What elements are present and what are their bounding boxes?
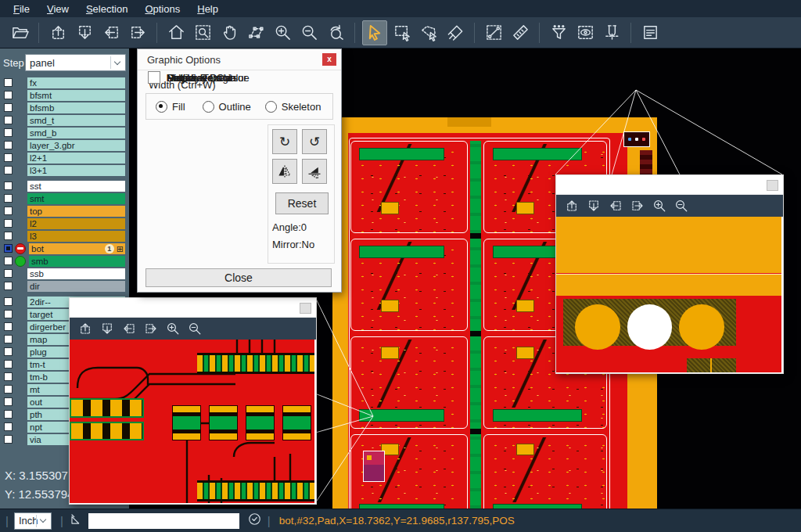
pan-up-button[interactable] [562,196,581,215]
layer-row[interactable]: smd_b ⊞ [0,127,129,138]
layer-visibility-checkbox[interactable] [4,269,13,278]
zoom-window-viewport[interactable] [70,340,314,503]
zoom-out-button[interactable] [297,21,321,45]
select-polygon-button[interactable] [417,21,440,45]
reset-button[interactable]: Reset [275,192,329,214]
mirror-diagonal-button[interactable] [302,159,327,184]
select-arrow-button[interactable] [362,20,387,45]
layer-visibility-checkbox[interactable] [4,360,13,368]
pan-up-button[interactable] [46,21,70,45]
layer-row[interactable]: top ⊞ [0,205,129,217]
snap-magnet-button[interactable] [600,21,623,45]
layer-visibility-checkbox[interactable] [4,166,13,174]
layer-visibility-checkbox[interactable] [4,282,13,290]
zoom-out-button[interactable] [672,196,691,215]
layer-visibility-checkbox[interactable] [4,372,13,381]
selected-pad-highlight[interactable] [363,451,385,482]
dialog-titlebar[interactable]: Graphic Options x [138,49,341,70]
layer-name-cell[interactable]: smb ⊞ [29,256,125,267]
layer-visibility-checkbox[interactable] [4,232,13,240]
layer-name-cell[interactable]: bfsmb ⊞ [27,102,125,113]
measure-distance-button[interactable] [482,21,505,45]
layer-visibility-checkbox[interactable] [4,435,13,444]
menu-item[interactable]: File [5,2,38,16]
layer-name-cell[interactable]: sst ⊞ [27,181,125,192]
layer-name-cell[interactable]: l3 ⊞ [27,231,125,242]
layer-row[interactable]: smt ⊞ [0,192,129,204]
layer-visibility-checkbox[interactable] [4,103,13,112]
pan-left-button[interactable] [120,319,138,338]
pan-up-button[interactable] [76,319,95,338]
window-menu-button[interactable] [300,303,311,314]
zoom-window-viewport[interactable] [556,217,781,372]
zoom-detail-window-1[interactable] [69,297,317,505]
layer-visibility-checkbox[interactable] [4,244,13,253]
pan-down-button[interactable] [98,319,117,338]
layer-visibility-checkbox[interactable] [4,128,13,137]
layer-visibility-checkbox[interactable] [4,153,13,162]
view-area-button[interactable] [244,21,268,45]
layer-name-cell[interactable]: smd_t ⊞ [27,115,125,126]
zoom-source-marker[interactable] [623,131,650,147]
layer-name-cell[interactable]: smd_b ⊞ [27,128,125,138]
layer-row[interactable]: ssb ⊞ [0,268,129,279]
layer-visibility-checkbox[interactable] [4,219,13,228]
display-option-checkbox[interactable]: Fullscreen Cursor [148,70,247,84]
mirror-horizontal-button[interactable] [272,159,297,184]
layer-row[interactable]: layer_3.gbr ⊞ [0,139,129,151]
pcb-board[interactable] [350,239,468,331]
layer-row[interactable]: l3+1 ⊞ [0,164,129,176]
command-input[interactable] [88,513,239,529]
layer-name-cell[interactable]: l2 ⊞ [27,218,125,229]
layer-visibility-checkbox[interactable] [4,322,13,331]
window-menu-button[interactable] [767,180,778,191]
measure-ruler-button[interactable] [508,21,532,45]
zoom-window-titlebar[interactable] [70,298,316,318]
layer-row[interactable]: fx ⊞ [0,77,129,88]
layer-row[interactable]: l2 ⊞ [0,217,129,229]
width-mode-radio[interactable]: Outline [203,101,251,113]
zoom-in-button[interactable] [163,319,182,338]
pan-down-button[interactable] [584,196,603,215]
unit-select[interactable]: Inch [14,512,52,530]
menu-item[interactable]: Selection [77,2,136,16]
apply-check-icon[interactable] [247,512,262,530]
layer-name-cell[interactable]: smt ⊞ [27,193,125,204]
pan-left-button[interactable] [99,21,123,45]
layer-visibility-checkbox[interactable] [4,385,13,394]
pan-hand-button[interactable] [217,21,241,45]
layer-row[interactable]: bot 1 ⊞ [0,243,129,254]
select-rectangle-button[interactable] [390,21,414,45]
pan-right-button[interactable] [628,196,647,215]
layer-row[interactable]: bfsmb ⊞ [0,102,129,113]
layer-visibility-checkbox[interactable] [4,194,13,203]
zoom-out-button[interactable] [185,319,204,338]
graphic-options-dialog[interactable]: Graphic Options x Width (Ctrl+W) Fill Ou… [137,49,342,293]
pan-right-button[interactable] [126,21,149,45]
layer-panel-button[interactable] [638,21,662,45]
layer-visibility-checkbox[interactable] [4,422,13,431]
width-mode-radio[interactable]: Skeleton [265,101,321,113]
zoom-in-button[interactable] [650,196,669,215]
layer-name-cell[interactable]: fx ⊞ [27,77,125,88]
layer-name-cell[interactable]: dir ⊞ [27,281,125,292]
layer-row[interactable]: sst ⊞ [0,180,129,192]
layer-row[interactable]: smd_t ⊞ [0,114,129,126]
layer-name-cell[interactable]: l2+1 ⊞ [27,153,125,164]
layer-visibility-checkbox[interactable] [4,397,13,406]
menu-item[interactable]: Help [189,2,227,16]
zoom-detail-window-2[interactable] [555,174,784,374]
layer-visibility-checkbox[interactable] [4,91,13,99]
pcb-board[interactable] [350,336,468,429]
zoom-previous-button[interactable] [324,21,347,45]
view-options-button[interactable] [573,21,597,45]
layer-visibility-checkbox[interactable] [4,141,13,149]
layer-visibility-checkbox[interactable] [4,347,13,356]
layer-visibility-checkbox[interactable] [4,116,13,124]
clear-highlight-brush-button[interactable] [444,21,467,45]
layer-row[interactable]: dir ⊞ [0,280,129,292]
zoom-in-button[interactable] [271,21,294,45]
menu-item[interactable]: Options [136,2,189,16]
layer-visibility-checkbox[interactable] [4,310,13,318]
layer-visibility-checkbox[interactable] [4,297,13,306]
